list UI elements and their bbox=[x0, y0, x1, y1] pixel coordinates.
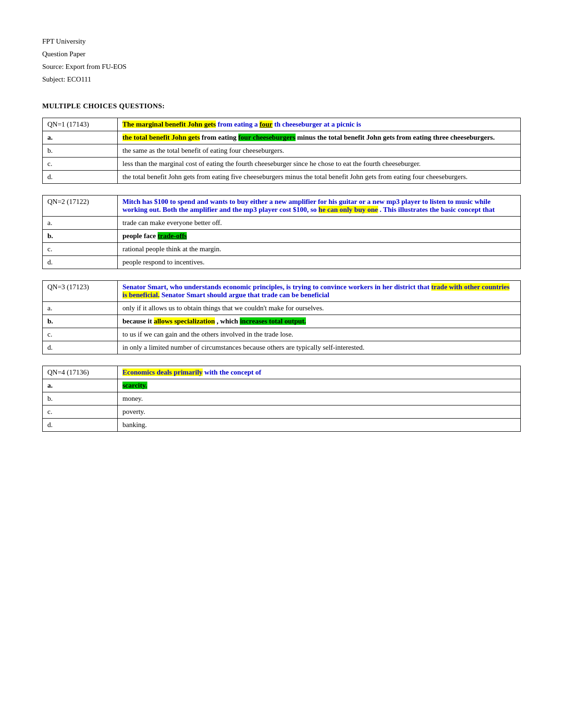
q3-answer-d-row: d. in only a limited number of circumsta… bbox=[43, 341, 521, 354]
q4-label-b: b. bbox=[43, 392, 118, 405]
question-3-text: Senator Smart, who understands economic … bbox=[118, 281, 521, 302]
q2b-text1: people face bbox=[122, 232, 158, 240]
q1-answer-b: the same as the total benefit of eating … bbox=[118, 144, 521, 158]
q2-label-a: a. bbox=[43, 217, 118, 230]
question-1-row: QN=1 (17143) The marginal benefit John g… bbox=[43, 118, 521, 131]
question-3-table: QN=3 (17123) Senator Smart, who understa… bbox=[42, 280, 521, 354]
question-2-text: Mitch has $100 to spend and wants to buy… bbox=[118, 195, 521, 217]
q1-label-d: d. bbox=[43, 171, 118, 184]
question-4-table: QN=4 (17136) Economics deals primarily w… bbox=[42, 366, 521, 432]
q2-answer-a-row: a. trade can make everyone better off. bbox=[43, 217, 521, 230]
question-2-row: QN=2 (17122) Mitch has $100 to spend and… bbox=[43, 195, 521, 217]
q2-text-2: . This illustrates the basic concept tha… bbox=[380, 206, 495, 213]
q1-text-1: from eating a bbox=[218, 120, 259, 128]
q3-answer-a-row: a. only if it allows us to obtain things… bbox=[43, 302, 521, 315]
q4-answer-d: banking. bbox=[118, 419, 521, 432]
q2-answer-a: trade can make everyone better off. bbox=[118, 217, 521, 230]
q2-label-c: c. bbox=[43, 243, 118, 256]
q2-label-b: b. bbox=[43, 230, 118, 243]
q2-answer-b: people face trade-offs bbox=[118, 230, 521, 243]
question-3-id: QN=3 (17123) bbox=[43, 281, 118, 302]
q4-text-1: with the concept of bbox=[205, 368, 261, 376]
source-line: Source: Export from FU-EOS bbox=[42, 63, 521, 71]
q2b-hl1: trade-offs bbox=[158, 232, 187, 240]
q1a-hl2: four cheeseburgers bbox=[238, 134, 296, 141]
question-2-id: QN=2 (17122) bbox=[43, 195, 118, 217]
q4-label-c: c. bbox=[43, 405, 118, 419]
q1-answer-c-row: c. less than the marginal cost of eating… bbox=[43, 158, 521, 171]
q1-text-2: th cheeseburger at a picnic is bbox=[274, 120, 361, 128]
q4-answer-b-row: b. money. bbox=[43, 392, 521, 405]
question-1-id: QN=1 (17143) bbox=[43, 118, 118, 131]
question-3-row: QN=3 (17123) Senator Smart, who understa… bbox=[43, 281, 521, 302]
q1-answer-a-row: a. the total benefit John gets from eati… bbox=[43, 131, 521, 144]
q3-label-d: d. bbox=[43, 341, 118, 354]
q4-answer-c-row: c. poverty. bbox=[43, 405, 521, 419]
q1-four: four bbox=[259, 120, 273, 128]
section-title: MULTIPLE CHOICES QUESTIONS: bbox=[42, 102, 521, 110]
q1-answer-d-row: d. the total benefit John gets from eati… bbox=[43, 171, 521, 184]
q2-answer-d-row: d. people respond to incentives. bbox=[43, 256, 521, 269]
q2-answer-c: rational people think at the margin. bbox=[118, 243, 521, 256]
question-4-row: QN=4 (17136) Economics deals primarily w… bbox=[43, 366, 521, 379]
q3b-text2: , which bbox=[217, 317, 240, 325]
q1-label-b: b. bbox=[43, 144, 118, 158]
q3-text-2: Senator Smart should argue that trade ca… bbox=[161, 291, 329, 299]
q3-answer-a: only if it allows us to obtain things th… bbox=[118, 302, 521, 315]
q4-hl1: Economics deals primarily bbox=[122, 368, 203, 376]
q3-answer-c: to us if we can gain and the others invo… bbox=[118, 328, 521, 341]
q3-answer-c-row: c. to us if we can gain and the others i… bbox=[43, 328, 521, 341]
q4-answer-c: poverty. bbox=[118, 405, 521, 419]
q1-answer-a: the total benefit John gets from eating … bbox=[118, 131, 521, 144]
q3-answer-b: because it allows specialization , which… bbox=[118, 315, 521, 328]
q4-answer-d-row: d. banking. bbox=[43, 419, 521, 432]
q2-hl1: he can only buy one bbox=[319, 206, 378, 213]
question-1-table: QN=1 (17143) The marginal benefit John g… bbox=[42, 118, 521, 184]
question-2-table: QN=2 (17122) Mitch has $100 to spend and… bbox=[42, 195, 521, 269]
subject-line: Subject: ECO111 bbox=[42, 75, 521, 83]
doc-type-line: Question Paper bbox=[42, 50, 521, 58]
q1a-text2: minus the total benefit John gets from e… bbox=[297, 134, 495, 141]
q2-answer-d: people respond to incentives. bbox=[118, 256, 521, 269]
q3-label-b: b. bbox=[43, 315, 118, 328]
q1-answer-d: the total benefit John gets from eating … bbox=[118, 171, 521, 184]
q3b-hl2: increases total output. bbox=[240, 317, 306, 325]
question-4-id: QN=4 (17136) bbox=[43, 366, 118, 379]
q4-answer-a-row: a. scarcity. bbox=[43, 379, 521, 392]
q1a-text1: from eating bbox=[202, 134, 238, 141]
q1-answer-b-row: b. the same as the total benefit of eati… bbox=[43, 144, 521, 158]
q1-label-c: c. bbox=[43, 158, 118, 171]
q3-label-c: c. bbox=[43, 328, 118, 341]
q2-answer-c-row: c. rational people think at the margin. bbox=[43, 243, 521, 256]
q4-answer-b: money. bbox=[118, 392, 521, 405]
q3-answer-d: in only a limited number of circumstance… bbox=[118, 341, 521, 354]
q3-text-1: Senator Smart, who understands economic … bbox=[122, 283, 431, 291]
q4-label-a: a. bbox=[43, 379, 118, 392]
q2-label-d: d. bbox=[43, 256, 118, 269]
q1-highlight-1: The marginal benefit John gets bbox=[122, 120, 216, 128]
header-block: FPT University Question Paper Source: Ex… bbox=[42, 38, 521, 83]
q4-label-d: d. bbox=[43, 419, 118, 432]
q1a-hl1: the total benefit John gets bbox=[122, 134, 200, 141]
q4a-hl1: scarcity. bbox=[122, 382, 147, 389]
q3-label-a: a. bbox=[43, 302, 118, 315]
question-4-text: Economics deals primarily with the conce… bbox=[118, 366, 521, 379]
q3b-hl1: allows specialization bbox=[154, 317, 215, 325]
q1-label-a: a. bbox=[43, 131, 118, 144]
question-1-text: The marginal benefit John gets from eati… bbox=[118, 118, 521, 131]
q1-answer-c: less than the marginal cost of eating th… bbox=[118, 158, 521, 171]
university-line: FPT University bbox=[42, 38, 521, 45]
q4-answer-a: scarcity. bbox=[118, 379, 521, 392]
q3b-text1: because it bbox=[122, 317, 154, 325]
q2-answer-b-row: b. people face trade-offs bbox=[43, 230, 521, 243]
q3-answer-b-row: b. because it allows specialization , wh… bbox=[43, 315, 521, 328]
